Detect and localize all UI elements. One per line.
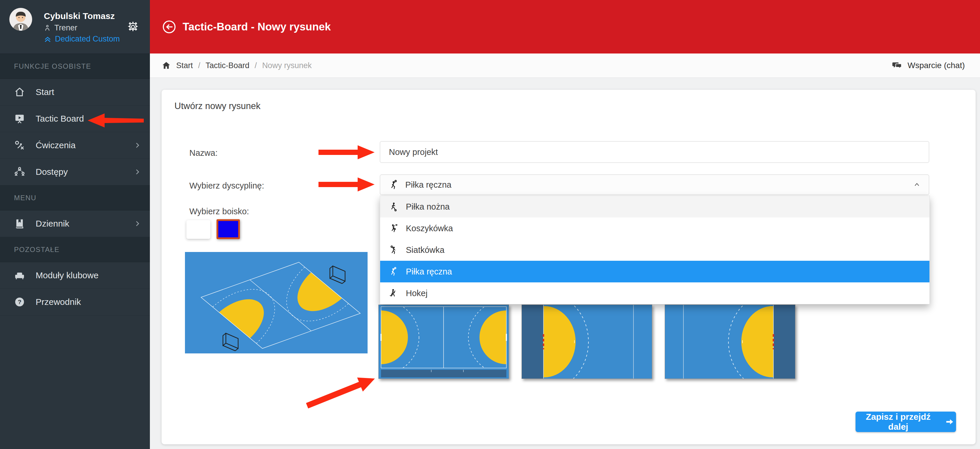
sidebar-item-dziennik[interactable]: Dziennik [0,210,150,237]
option-pilka-nozna[interactable]: Piłka nożna [380,196,929,218]
svg-text:?: ? [18,298,22,305]
user-profile[interactable]: Cybulski Tomasz Trener Dedicated Custom [0,0,150,54]
subscription-link[interactable]: Dedicated Custom [44,35,120,43]
handball-player-icon [388,267,398,277]
card-title: Utwórz nowy rysunek [175,101,261,111]
breadcrumb: Start / Tactic-Board / Nowy rysunek Wspa… [150,54,980,78]
exercises-icon [14,140,25,151]
volleyball-player-icon [388,245,398,255]
court-preview-image [185,252,368,353]
pitch-color-blue-selected[interactable] [216,219,240,239]
breadcrumb-tactic-board[interactable]: Tactic-Board [206,61,250,70]
page-title: Tactic-Board - Nowy rysunek [183,21,331,33]
sidebar: Cybulski Tomasz Trener Dedicated Custom … [0,0,150,449]
tactic-board-icon [14,113,25,124]
back-circle-icon[interactable] [162,20,176,34]
basketball-player-icon [388,223,398,233]
settings-gear-icon[interactable] [127,21,139,33]
discipline-dropdown: Piłka nożna Koszykówka Siatkówka [380,196,930,304]
sidebar-item-przewodnik[interactable]: ? Przewodnik [0,289,150,315]
breadcrumb-start[interactable]: Start [176,61,193,70]
person-icon [44,25,51,32]
avatar [10,8,32,31]
chevron-right-icon [134,142,141,149]
option-hokej[interactable]: Hokej [380,282,929,304]
court-thumbnail-left-half[interactable] [522,304,652,379]
chevron-up-icon [913,181,921,189]
court-thumbnail-right-half[interactable] [665,304,795,379]
app-root: { "sidebar": { "user": { "name": "Cybuls… [0,0,980,449]
sidebar-item-cwiczenia[interactable]: Ćwiczenia [0,132,150,159]
option-pilka-reczna[interactable]: Piłka ręczna [380,261,929,282]
access-icon [14,166,25,177]
breadcrumb-current: Nowy rysunek [262,61,312,70]
home-icon [14,86,25,98]
double-chevron-up-icon [44,35,51,43]
discipline-value: Piłka ręczna [405,180,452,190]
chevron-right-icon [134,168,141,176]
sidebar-item-moduly-klubowe[interactable]: Moduły klubowe [0,262,150,289]
name-label: Nazwa: [189,148,218,158]
soccer-player-icon [388,202,398,212]
handball-player-icon [388,180,399,190]
arrow-right-icon [945,417,954,427]
option-siatkowka[interactable]: Siatkówka [380,239,929,261]
user-role: Trener [54,23,78,32]
sidebar-section-pozostale: POZOSTAŁE [0,237,150,262]
discipline-select[interactable]: Piłka ręczna [380,175,929,195]
chat-bubbles-icon [892,60,902,71]
create-drawing-card: Utwórz nowy rysunek Nazwa: Wybierz dyscy… [162,90,975,444]
discipline-label: Wybierz dyscyplinę: [189,181,264,191]
home-icon[interactable] [162,61,171,70]
name-input[interactable] [380,141,929,163]
club-modules-icon [14,270,25,281]
guide-icon: ? [14,296,25,307]
sidebar-item-tactic-board[interactable]: Tactic Board [0,105,150,132]
sidebar-section-menu: MENU [0,185,150,210]
option-koszykowka[interactable]: Koszykówka [380,218,929,239]
pitch-label: Wybierz boisko: [189,207,249,216]
hockey-player-icon [388,288,398,298]
sidebar-item-dostepy[interactable]: Dostępy [0,159,150,185]
journal-icon [14,218,25,229]
save-and-continue-button[interactable]: Zapisz i przejdź dalej [856,412,956,432]
pitch-color-white[interactable] [186,220,210,239]
court-thumbnail-full[interactable] [379,304,509,379]
page-header: Tactic-Board - Nowy rysunek [150,0,980,54]
support-chat-button[interactable]: Wsparcie (chat) [892,60,965,71]
chevron-right-icon [134,220,141,228]
user-name: Cybulski Tomasz [44,11,115,21]
sidebar-section-funkcje-osobiste: FUNKCJE OSOBISTE [0,54,150,79]
sidebar-item-start[interactable]: Start [0,79,150,105]
